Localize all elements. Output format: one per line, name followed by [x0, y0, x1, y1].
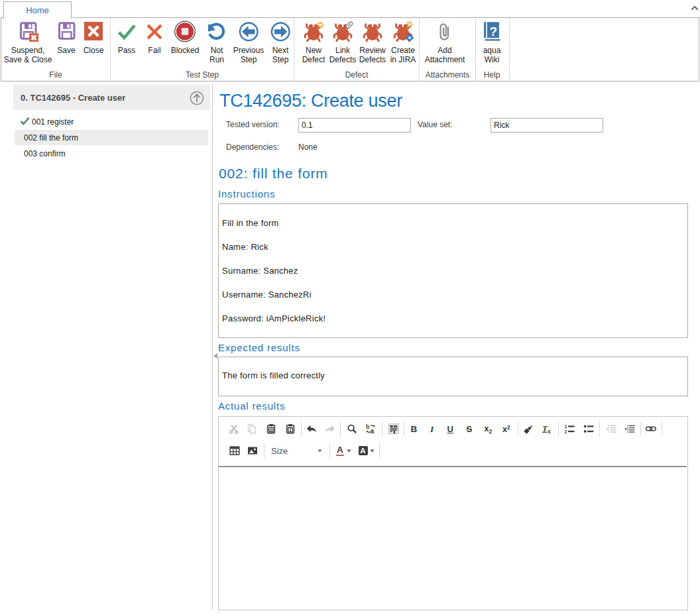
svg-text:2: 2	[565, 429, 567, 434]
svg-text:?: ?	[489, 25, 497, 38]
svg-text:T: T	[288, 427, 292, 433]
svg-text:x: x	[548, 428, 551, 434]
svg-text:1: 1	[565, 424, 567, 429]
svg-text:a: a	[370, 427, 374, 434]
svg-text:b: b	[366, 423, 370, 430]
